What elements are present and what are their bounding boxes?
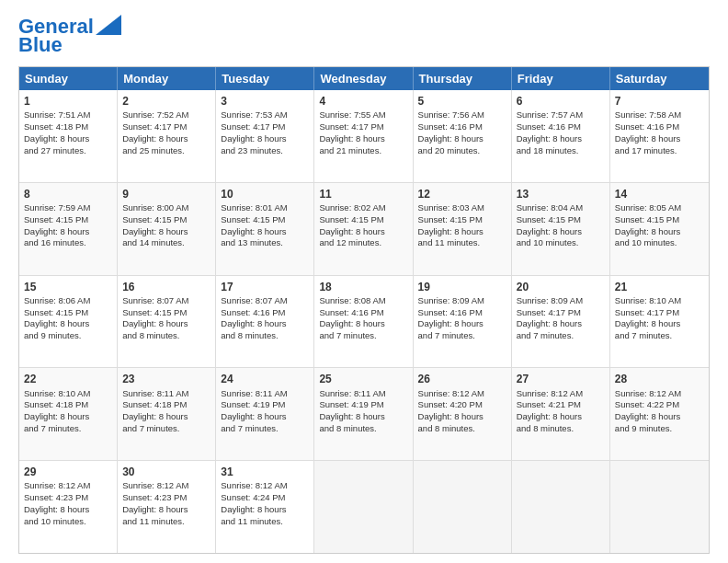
day-cell-30: 30Sunrise: 8:12 AMSunset: 4:23 PMDayligh… [118,461,216,553]
day-info-line: Daylight: 8 hours [221,133,309,145]
day-info-line: and 11 minutes. [221,516,309,528]
day-info-line: Sunrise: 7:51 AM [24,109,112,121]
calendar-row-3: 15Sunrise: 8:06 AMSunset: 4:15 PMDayligh… [19,275,709,368]
header-day-wednesday: Wednesday [314,67,413,90]
day-number: 19 [418,280,506,294]
day-cell-13: 13Sunrise: 8:04 AMSunset: 4:15 PMDayligh… [512,183,610,275]
day-cell-7: 7Sunrise: 7:58 AMSunset: 4:16 PMDaylight… [610,90,709,182]
calendar-row-2: 8Sunrise: 7:59 AMSunset: 4:15 PMDaylight… [19,182,709,275]
header-day-tuesday: Tuesday [216,67,314,90]
day-number: 30 [122,465,210,479]
day-cell-4: 4Sunrise: 7:55 AMSunset: 4:17 PMDaylight… [314,90,413,182]
day-cell-8: 8Sunrise: 7:59 AMSunset: 4:15 PMDaylight… [19,183,118,275]
header-day-saturday: Saturday [610,67,709,90]
day-info-line: and 20 minutes. [418,145,506,157]
header-day-thursday: Thursday [414,67,512,90]
day-number: 27 [517,372,605,386]
day-number: 8 [24,187,112,201]
day-info-line: Sunset: 4:15 PM [122,214,210,226]
day-info-line: and 9 minutes. [615,423,704,435]
day-info-line: Sunset: 4:15 PM [418,214,506,226]
day-cell-29: 29Sunrise: 8:12 AMSunset: 4:23 PMDayligh… [19,461,118,553]
day-info-line: Sunrise: 8:09 AM [517,295,605,307]
day-info-line: Sunrise: 8:12 AM [517,388,605,400]
day-info-line: Sunrise: 8:01 AM [221,202,309,214]
page: General Blue SundayMondayTuesdayWednesda… [0,0,728,563]
day-info-line: Daylight: 8 hours [517,226,605,238]
day-cell-11: 11Sunrise: 8:02 AMSunset: 4:15 PMDayligh… [314,183,413,275]
day-cell-15: 15Sunrise: 8:06 AMSunset: 4:15 PMDayligh… [19,276,118,368]
day-cell-6: 6Sunrise: 7:57 AMSunset: 4:16 PMDaylight… [512,90,610,182]
day-info-line: Sunset: 4:16 PM [615,121,704,133]
day-info-line: and 7 minutes. [615,330,704,342]
day-info-line: Daylight: 8 hours [418,411,506,423]
empty-cell [610,461,709,553]
day-info-line: and 8 minutes. [221,330,309,342]
day-info-line: Daylight: 8 hours [122,504,210,516]
day-number: 26 [418,372,506,386]
calendar-row-5: 29Sunrise: 8:12 AMSunset: 4:23 PMDayligh… [19,460,709,553]
calendar: SundayMondayTuesdayWednesdayThursdayFrid… [18,66,710,554]
day-cell-5: 5Sunrise: 7:56 AMSunset: 4:16 PMDaylight… [414,90,512,182]
day-info-line: Daylight: 8 hours [615,133,704,145]
day-info-line: and 13 minutes. [221,237,309,249]
day-number: 20 [517,280,605,294]
day-cell-25: 25Sunrise: 8:11 AMSunset: 4:19 PMDayligh… [314,368,413,460]
day-info-line: Daylight: 8 hours [221,318,309,330]
day-cell-14: 14Sunrise: 8:05 AMSunset: 4:15 PMDayligh… [610,183,709,275]
day-info-line: Sunset: 4:15 PM [517,214,605,226]
day-info-line: Sunrise: 7:56 AM [418,109,506,121]
day-info-line: Sunset: 4:15 PM [615,214,704,226]
day-info-line: Daylight: 8 hours [615,318,704,330]
svg-marker-0 [96,15,121,35]
day-cell-24: 24Sunrise: 8:11 AMSunset: 4:19 PMDayligh… [216,368,314,460]
day-cell-12: 12Sunrise: 8:03 AMSunset: 4:15 PMDayligh… [414,183,512,275]
day-number: 2 [122,94,210,109]
empty-cell [512,461,610,553]
day-info-line: and 7 minutes. [319,330,407,342]
day-info-line: Daylight: 8 hours [122,318,210,330]
day-info-line: and 16 minutes. [24,237,112,249]
calendar-row-1: 1Sunrise: 7:51 AMSunset: 4:18 PMDaylight… [19,90,709,182]
calendar-row-4: 22Sunrise: 8:10 AMSunset: 4:18 PMDayligh… [19,367,709,460]
day-number: 13 [517,187,605,201]
calendar-header: SundayMondayTuesdayWednesdayThursdayFrid… [19,67,709,90]
day-number: 3 [221,94,309,109]
day-cell-27: 27Sunrise: 8:12 AMSunset: 4:21 PMDayligh… [512,368,610,460]
day-cell-2: 2Sunrise: 7:52 AMSunset: 4:17 PMDaylight… [118,90,216,182]
day-cell-17: 17Sunrise: 8:07 AMSunset: 4:16 PMDayligh… [216,276,314,368]
day-info-line: Sunset: 4:18 PM [24,399,112,411]
day-info-line: Sunrise: 8:03 AM [418,202,506,214]
day-info-line: Daylight: 8 hours [517,411,605,423]
day-info-line: and 23 minutes. [221,145,309,157]
day-info-line: Sunrise: 8:11 AM [319,388,407,400]
day-info-line: Sunset: 4:23 PM [24,492,112,504]
day-number: 1 [24,94,112,109]
day-info-line: Sunset: 4:15 PM [24,214,112,226]
day-number: 9 [122,187,210,201]
day-info-line: Daylight: 8 hours [319,411,407,423]
day-cell-1: 1Sunrise: 7:51 AMSunset: 4:18 PMDaylight… [19,90,118,182]
day-info-line: Daylight: 8 hours [122,411,210,423]
day-info-line: and 25 minutes. [122,145,210,157]
day-info-line: Sunrise: 7:59 AM [24,202,112,214]
day-info-line: and 8 minutes. [418,423,506,435]
day-info-line: Sunrise: 8:04 AM [517,202,605,214]
day-info-line: Sunset: 4:16 PM [517,121,605,133]
day-info-line: Sunset: 4:20 PM [418,399,506,411]
empty-cell [314,461,413,553]
day-cell-23: 23Sunrise: 8:11 AMSunset: 4:18 PMDayligh… [118,368,216,460]
day-info-line: Daylight: 8 hours [24,411,112,423]
day-info-line: Daylight: 8 hours [24,226,112,238]
day-cell-31: 31Sunrise: 8:12 AMSunset: 4:24 PMDayligh… [216,461,314,553]
day-number: 25 [319,372,407,386]
day-info-line: and 9 minutes. [24,330,112,342]
day-info-line: Sunrise: 8:12 AM [122,480,210,492]
day-number: 16 [122,280,210,294]
day-info-line: Sunset: 4:23 PM [122,492,210,504]
day-info-line: Daylight: 8 hours [122,226,210,238]
day-info-line: and 8 minutes. [517,423,605,435]
day-info-line: Daylight: 8 hours [418,133,506,145]
day-cell-20: 20Sunrise: 8:09 AMSunset: 4:17 PMDayligh… [512,276,610,368]
day-number: 10 [221,187,309,201]
